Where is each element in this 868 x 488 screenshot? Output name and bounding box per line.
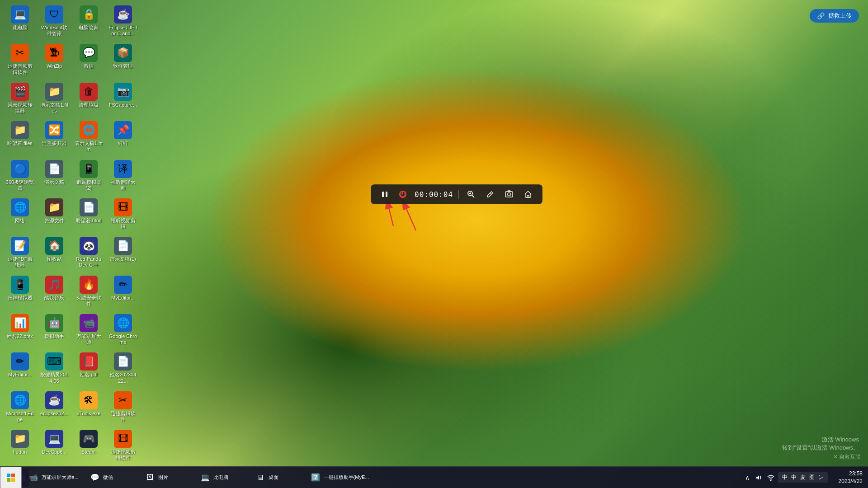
screenshot-button[interactable]	[502, 188, 516, 200]
desktop-icon-img-fuxin-edit: 🎞	[114, 198, 132, 216]
desktop-icon-music[interactable]: 🎵酷我音乐	[38, 274, 71, 309]
taskbar-item-pic-task[interactable]: 🖼图片	[140, 469, 194, 487]
desktop-icon-wechat[interactable]: 💬微信	[72, 42, 105, 77]
desktop-icon-label-fscapture: FSCapture...	[109, 102, 137, 108]
desktop-icon-xunlei-edit[interactable]: ✂迅捷音频剪辑软件	[4, 42, 36, 77]
desktop-icon-nox[interactable]: 📱夜神模拟器	[4, 274, 36, 309]
desktop-icon-utools[interactable]: 🛠uTools.exe	[72, 389, 105, 424]
taskbar-item-desktop-task[interactable]: 🖥桌面	[250, 469, 305, 487]
desktop-icon-steam[interactable]: 🎮Steam	[72, 428, 105, 463]
desktop-icon-label-myeditor2: MyEditor...	[8, 372, 32, 378]
desktop-icon-xingmingpdf[interactable]: 📕姓名.pdf	[72, 351, 105, 385]
taskbar-item-icon-waneng-task: 📹	[29, 473, 38, 482]
taskbar-item-wechat-task[interactable]: 💬微信	[85, 469, 139, 487]
desktop-icon-img-waneng: 📹	[80, 314, 98, 332]
desktop-icon-recycle[interactable]: 🗑清理垃圾	[72, 81, 105, 116]
ime-bar[interactable]: 中 中 麦 图 ン	[778, 472, 828, 483]
desktop-icon-network[interactable]: 🌐网络	[4, 197, 36, 231]
ime-icon2: 中	[790, 473, 798, 482]
svg-rect-1	[386, 192, 387, 197]
taskbar-item-label-waneng-task: 万能录屏大师≡...	[42, 474, 79, 481]
desktop-icon-xunlei-video[interactable]: 🎞迅捷视频剪辑软件	[107, 428, 139, 463]
desktop-icon-chrome[interactable]: 🌐Google Chrome	[107, 312, 139, 347]
desktop-icon-devCpp[interactable]: 💻DevCpp6...	[38, 428, 71, 463]
toolbar-divider	[458, 190, 459, 199]
desktop-icon-waneng[interactable]: 📹万能录屏大师	[72, 312, 105, 347]
pen-button[interactable]	[483, 188, 497, 200]
taskbar-item-icon-desktop-task: 🖥	[256, 473, 265, 482]
desktop-icon-myeditor[interactable]: ✏MyEditor...	[107, 274, 139, 309]
desktop-icon-label-pcmanager: 电脑管家	[79, 25, 99, 31]
desktop-icon-360browser[interactable]: 🔵360极速浏览器	[4, 158, 36, 193]
desktop-icon-fanyi[interactable]: 译福昕翻译大师	[107, 158, 139, 193]
desktop-icon-img-music: 🎵	[45, 276, 63, 294]
desktop-icon-fuxin-edit[interactable]: 🎞福昕视频剪辑	[107, 197, 139, 231]
desktop-icon-guanzhan[interactable]: 🏠图收站	[38, 235, 71, 270]
desktop-icon-kuaimulti[interactable]: 🔀逍遥多开器	[38, 119, 71, 154]
taskbar-item-computer-task[interactable]: 💻此电脑	[195, 469, 250, 487]
home-button[interactable]	[521, 188, 535, 200]
desktop-icon-dingding[interactable]: 📌钉钉	[107, 119, 139, 154]
desktop-icon-monikemu[interactable]: 🤖模拟助手	[38, 312, 71, 347]
desktop-icon-xunlei-pdf[interactable]: 📝迅捷PDF编辑器	[4, 235, 36, 270]
desktop-icon-eclipse[interactable]: ☕Eclipse IDE for C and...	[107, 4, 139, 38]
desktop-icon-winzip[interactable]: 🗜WinZip	[38, 42, 71, 77]
desktop-icon-img-xunlei-pdf: 📝	[11, 237, 29, 255]
desktop-icon-label-chrome: Google Chrome	[108, 333, 137, 345]
top-badge[interactable]: 🔗 拯救上传	[810, 9, 859, 23]
desktop-icon-countfiles[interactable]: 📁盼望着.files	[4, 119, 36, 154]
desktop-icon-xingming2023[interactable]: 📄姓名20230422...	[107, 351, 139, 385]
desktop-icon-demo1htm[interactable]: 🌐演示文稿1.htm	[72, 119, 105, 154]
desktop-icon-img-kuaianjian: ⌨	[45, 352, 63, 371]
desktop-icon-label-360browser: 360极速浏览器	[5, 179, 34, 191]
desktop-icon-yunvideo[interactable]: 🎬风云视频转换器	[4, 81, 36, 116]
desktop-icon-myeditor2[interactable]: ✏MyEditor...	[4, 351, 36, 385]
desktop-icon-panwang[interactable]: 📄盼望着.html	[72, 197, 105, 231]
desktop-icon-kuaianjian[interactable]: ⌨按键精灵2014.06	[38, 351, 71, 385]
taskbar-item-icon-wechat-task: 💬	[90, 473, 99, 482]
tray-network[interactable]	[766, 473, 775, 482]
pause-button[interactable]	[378, 189, 391, 200]
desktop-icon-img-recycle: 🗑	[80, 83, 98, 101]
brand-text: ✕ 自救互联	[833, 453, 861, 461]
desktop-icon-reswenjian[interactable]: 📁资源文件	[38, 197, 71, 231]
desktop-icon-redpanda[interactable]: 🐼Red Panda Dev C++	[72, 235, 105, 270]
desktop-icon-label-wechat: 微信	[84, 63, 94, 69]
desktop-icon-xunleiemu[interactable]: 📱逍遥模拟器(2)	[72, 158, 105, 193]
desktop-icon-windsoul[interactable]: 🛡WindSoul软件管家	[38, 4, 71, 38]
taskbar-clock[interactable]: 23:58 2023/4/22	[833, 470, 868, 485]
desktop-icon-label-nox: 夜神模拟器	[8, 295, 33, 301]
desktop-icon-img-xunlei-edit: ✂	[11, 44, 29, 62]
start-button[interactable]	[0, 467, 22, 488]
taskbar-item-icon-yijian-task: 7️⃣	[311, 473, 320, 482]
desktop-icon-hudun[interactable]: 📁hudun	[4, 428, 36, 463]
desktop-icon-edge[interactable]: 🌐Microsoft Edge	[4, 389, 36, 424]
desktop-icon-demo1files[interactable]: 📁演示文稿1.files	[38, 81, 71, 116]
desktop-icons-grid: 💻此电脑🛡WindSoul软件管家🔒电脑管家☕Eclipse IDE for C…	[4, 4, 139, 488]
desktop-icon-img-xingmingpdf: 📕	[80, 352, 98, 371]
desktop-icon-huojian[interactable]: 🔥火绒安全软件	[72, 274, 105, 309]
desktop-icon-demotext1[interactable]: 📄演示文稿(1)	[107, 235, 139, 270]
svg-line-4	[472, 195, 474, 197]
desktop-icon-fscapture[interactable]: 📷FSCapture...	[107, 81, 139, 116]
desktop-icon-img-dingding: 📌	[114, 121, 132, 139]
desktop-icon-label-demo1files: 演示文稿1.files	[40, 102, 69, 114]
taskbar-item-waneng-task[interactable]: 📹万能录屏大师≡...	[24, 469, 84, 487]
desktop-icon-label-demotext: 演示文稿	[44, 179, 64, 185]
desktop-icon-label-xingming22: 姓名22.pptx	[7, 333, 33, 339]
desktop-icon-label-utools: uTools.exe	[77, 411, 101, 417]
taskbar-item-yijian-task[interactable]: 7️⃣一键排版助手(MyE...	[306, 469, 375, 487]
desktop-icon-label-huojian: 火绒安全软件	[74, 295, 103, 307]
desktop-icon-xingming22[interactable]: 📊姓名22.pptx	[4, 312, 36, 347]
stop-button[interactable]	[396, 189, 409, 200]
recording-time: 00:00:04	[415, 190, 453, 199]
desktop-icon-pcmanager[interactable]: 🔒电脑管家	[72, 4, 105, 38]
desktop-icon-eclipse202[interactable]: ☕eclipse202...	[38, 389, 71, 424]
desktop-icon-demotext[interactable]: 📄演示文稿	[38, 158, 71, 193]
desktop-icon-pc[interactable]: 💻此电脑	[4, 4, 36, 38]
desktop-icon-softmgr[interactable]: 📦软件管理	[107, 42, 139, 77]
desktop-icon-xunlei-edit2[interactable]: ✂迅捷剪辑软件	[107, 389, 139, 424]
zoom-button[interactable]	[464, 188, 478, 200]
tray-expand[interactable]: ∧	[743, 473, 752, 482]
tray-volume[interactable]	[755, 473, 764, 482]
